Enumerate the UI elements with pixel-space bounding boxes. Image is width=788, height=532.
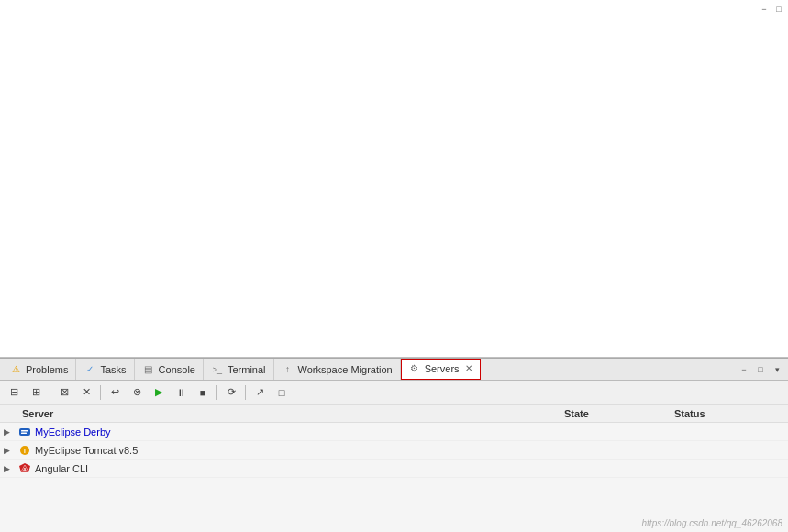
table-row[interactable]: ▶ T MyEclipse Tomcat v8.5 xyxy=(0,441,788,460)
migration-icon xyxy=(282,363,294,376)
panel-maximize-button[interactable]: □ xyxy=(753,362,768,377)
editor-area: − □ xyxy=(0,0,788,358)
server-derby-name-cell: ▶ MyEclipse Derby xyxy=(4,426,564,438)
angular-server-name: Angular CLI xyxy=(35,463,88,474)
server-table-header: Server State Status xyxy=(0,405,788,423)
server-tomcat-name-cell: ▶ T MyEclipse Tomcat v8.5 xyxy=(4,444,564,457)
toolbar-btn-delete[interactable]: ✕ xyxy=(76,383,96,402)
column-server: Server xyxy=(4,408,564,419)
tab-bar-controls: − □ ▾ xyxy=(737,362,788,377)
problems-icon xyxy=(9,363,22,376)
tab-workspace-migration-label: Workspace Migration xyxy=(298,364,393,375)
toolbar-btn-expand[interactable]: ⊞ xyxy=(26,383,46,402)
svg-rect-2 xyxy=(21,432,27,434)
panel-minimize-button[interactable]: − xyxy=(737,362,751,377)
toolbar-separator-1 xyxy=(50,385,50,400)
toolbar-btn-add[interactable]: ⊠ xyxy=(54,383,74,402)
toolbar-btn-view[interactable]: □ xyxy=(272,383,292,402)
toolbar-btn-start[interactable]: ▶ xyxy=(149,383,169,402)
expand-tomcat[interactable]: ▶ xyxy=(4,446,15,455)
servers-icon xyxy=(408,362,421,375)
expand-angular[interactable]: ▶ xyxy=(4,464,15,473)
toolbar-btn-pause[interactable]: ⏸ xyxy=(171,383,191,402)
svg-text:A: A xyxy=(23,467,28,472)
toolbar-btn-stop[interactable]: ⊗ xyxy=(127,383,147,402)
column-state: State xyxy=(564,408,674,419)
toolbar-separator-2 xyxy=(100,385,101,400)
console-icon xyxy=(142,363,155,376)
derby-icon xyxy=(18,426,31,438)
toolbar-btn-collapse[interactable]: ⊟ xyxy=(4,383,24,402)
tab-bar: Problems Tasks Console Terminal Workspac… xyxy=(0,359,788,381)
watermark: https://blog.csdn.net/qq_46262068 xyxy=(642,518,782,528)
tab-problems[interactable]: Problems xyxy=(2,359,76,380)
toolbar-btn-open[interactable]: ↗ xyxy=(250,383,270,402)
panel-menu-button[interactable]: ▾ xyxy=(770,362,784,377)
minimize-button[interactable]: − xyxy=(759,4,770,15)
tab-tasks[interactable]: Tasks xyxy=(76,359,134,380)
toolbar-btn-restart[interactable]: ■ xyxy=(193,383,213,402)
tab-console-label: Console xyxy=(159,364,195,375)
tab-terminal-label: Terminal xyxy=(228,364,266,375)
derby-server-name: MyEclipse Derby xyxy=(35,427,111,438)
terminal-icon xyxy=(211,363,224,376)
angular-icon: A xyxy=(18,462,31,475)
tab-console[interactable]: Console xyxy=(135,359,204,380)
toolbar-btn-settings[interactable]: ↩ xyxy=(105,383,125,402)
tasks-icon xyxy=(83,363,96,376)
tomcat-server-name: MyEclipse Tomcat v8.5 xyxy=(35,445,138,456)
toolbar-separator-4 xyxy=(245,385,246,400)
tomcat-icon: T xyxy=(18,444,31,457)
column-status: Status xyxy=(674,408,784,419)
bottom-panel: Problems Tasks Console Terminal Workspac… xyxy=(0,358,788,532)
svg-rect-0 xyxy=(19,428,30,436)
tab-terminal[interactable]: Terminal xyxy=(204,359,274,380)
server-content: Server State Status ▶ MyEclipse Derby xyxy=(0,405,788,532)
toolbar-btn-publish[interactable]: ⟳ xyxy=(221,383,241,402)
svg-text:T: T xyxy=(23,448,28,454)
tab-problems-label: Problems xyxy=(26,364,68,375)
tab-servers[interactable]: Servers ✕ xyxy=(401,359,481,380)
server-toolbar: ⊟ ⊞ ⊠ ✕ ↩ ⊗ ▶ ⏸ ■ ⟳ ↗ □ xyxy=(0,381,788,405)
table-row[interactable]: ▶ MyEclipse Derby xyxy=(0,423,788,441)
toolbar-separator-3 xyxy=(216,385,217,400)
tab-servers-label: Servers xyxy=(425,363,460,374)
maximize-button[interactable]: □ xyxy=(773,4,784,15)
tab-workspace-migration[interactable]: Workspace Migration xyxy=(274,359,401,380)
svg-rect-1 xyxy=(21,430,28,432)
tab-tasks-label: Tasks xyxy=(100,364,126,375)
server-angular-name-cell: ▶ A Angular CLI xyxy=(4,462,564,475)
tab-servers-close[interactable]: ✕ xyxy=(465,364,472,373)
expand-derby[interactable]: ▶ xyxy=(4,427,15,437)
table-row[interactable]: ▶ A Angular CLI xyxy=(0,460,788,478)
window-controls: − □ xyxy=(759,4,784,15)
